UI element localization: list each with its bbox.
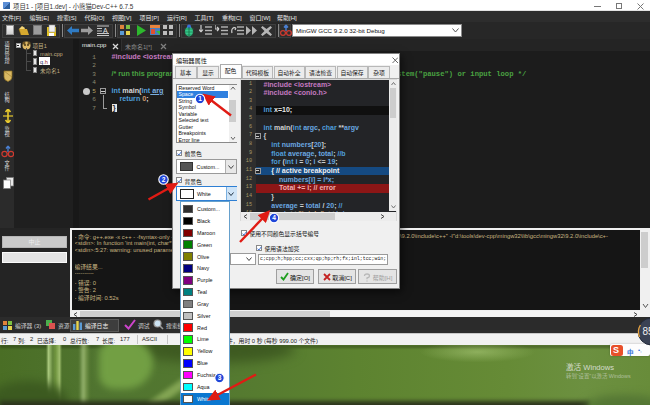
svg-text:2: 2 bbox=[162, 176, 166, 183]
svg-text:1: 1 bbox=[198, 95, 202, 102]
svg-text:4: 4 bbox=[272, 214, 276, 221]
svg-text:3: 3 bbox=[218, 374, 222, 381]
